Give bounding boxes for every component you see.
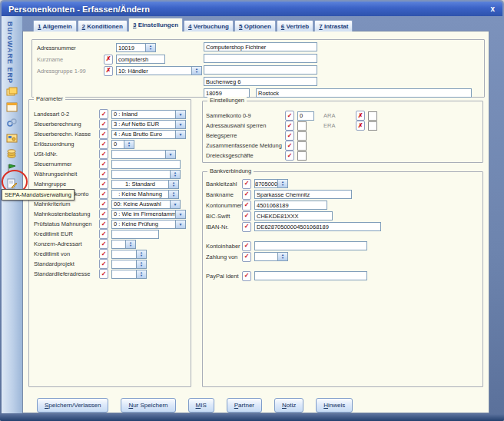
check-flag-icon[interactable]: ✓: [99, 229, 108, 239]
text-field[interactable]: Buchenweg 6: [204, 77, 317, 86]
spinner-icon[interactable]: ▲▼: [125, 240, 135, 248]
check-flag-icon[interactable]: ✓: [242, 241, 251, 251]
tab-5[interactable]: 5 Optionen: [234, 20, 276, 31]
check-flag-icon[interactable]: ✓: [99, 169, 108, 179]
form-window-icon[interactable]: [6, 101, 18, 113]
check-flag-icon[interactable]: ✓: [99, 219, 108, 229]
check-flag-icon[interactable]: ✓: [99, 129, 108, 139]
spin-field[interactable]: ▲▼: [254, 252, 288, 261]
cash-register-icon[interactable]: [6, 132, 18, 144]
check-flag-icon[interactable]: ✓: [242, 179, 251, 189]
notiz-button[interactable]: Notiz: [274, 398, 303, 413]
check-flag-icon[interactable]: ✓: [99, 209, 108, 219]
partner-button[interactable]: Partner: [227, 398, 262, 413]
select-field[interactable]: 0 : Keine Prüfung▼: [111, 220, 186, 229]
spin-field[interactable]: ▲▼: [111, 270, 147, 279]
spinner-icon[interactable]: ▲▼: [136, 250, 146, 258]
check-flag-icon[interactable]: ✓: [99, 189, 108, 199]
spinner-icon[interactable]: ▲▼: [136, 270, 146, 278]
text-field[interactable]: 0: [297, 111, 314, 121]
check-flag-icon[interactable]: ✓: [242, 252, 251, 262]
link-icon[interactable]: [6, 117, 18, 128]
text-field[interactable]: [204, 54, 317, 63]
text-field[interactable]: [111, 230, 159, 239]
select-field[interactable]: ▼: [111, 150, 176, 159]
spinner-icon[interactable]: ▲▼: [168, 191, 178, 198]
check-flag-icon[interactable]: ✓: [99, 239, 108, 249]
text-field[interactable]: Computershop Fichtner: [204, 42, 317, 51]
checkbox[interactable]: [297, 121, 307, 131]
checkbox[interactable]: [368, 121, 377, 131]
close-icon[interactable]: x: [490, 5, 495, 13]
dropdown-arrow-icon[interactable]: ▼: [165, 151, 175, 158]
check-flag-icon[interactable]: ✓: [242, 211, 251, 221]
check-flag-icon[interactable]: ✓: [242, 271, 251, 281]
dropdown-arrow-icon[interactable]: ▼: [175, 210, 185, 218]
tab-6[interactable]: 6 Vertrieb: [277, 20, 313, 31]
dropdown-arrow-icon[interactable]: ▼: [175, 220, 185, 228]
select-field[interactable]: 4 : Aus Brutto Euro▼: [111, 130, 186, 139]
text-field[interactable]: [204, 65, 317, 75]
check-flag-icon[interactable]: ✓: [99, 119, 108, 129]
dropdown-arrow-icon[interactable]: ▼: [175, 111, 185, 118]
nur-speichern-button[interactable]: Nur Speichern: [121, 398, 175, 413]
check-flag-icon[interactable]: ✓: [99, 259, 108, 269]
spin-field[interactable]: 87050000▲▼: [254, 179, 288, 188]
index-cards-icon[interactable]: [6, 86, 18, 98]
spin-field[interactable]: : Keine Mahnung▲▼: [111, 190, 179, 199]
check-flag-icon[interactable]: ✓: [242, 190, 251, 200]
speichern-verlassen-button[interactable]: Speichern/Verlassen: [37, 398, 108, 413]
select-field[interactable]: 3 : Auf Netto EUR▼: [111, 120, 186, 129]
dropdown-arrow-icon[interactable]: ▼: [175, 121, 185, 128]
check-flag-icon[interactable]: ✓: [99, 139, 108, 149]
x-flag-icon[interactable]: ✗: [356, 121, 365, 131]
sepa-mandate-icon[interactable]: [6, 178, 18, 190]
coins-icon[interactable]: [6, 148, 18, 159]
text-field[interactable]: computersh: [116, 55, 165, 64]
spin-field[interactable]: ▲▼: [111, 260, 147, 269]
text-field[interactable]: Rostock: [256, 88, 472, 98]
spinner-icon[interactable]: ▲▼: [124, 141, 134, 148]
hinweis-button[interactable]: Hinweis: [316, 398, 353, 413]
check-flag-icon[interactable]: ✓: [285, 151, 294, 161]
spinner-icon[interactable]: ▲▼: [277, 180, 287, 187]
text-field[interactable]: [254, 241, 367, 250]
x-flag-icon[interactable]: ✗: [104, 66, 113, 76]
text-field[interactable]: [111, 160, 181, 169]
check-flag-icon[interactable]: ✓: [285, 111, 294, 121]
checkbox[interactable]: [368, 111, 377, 121]
spin-field[interactable]: 10: Händler▲▼: [116, 66, 202, 75]
check-flag-icon[interactable]: ✓: [99, 149, 108, 159]
check-flag-icon[interactable]: ✓: [99, 249, 108, 259]
tab-7[interactable]: 7 Intrastat: [314, 20, 353, 31]
check-flag-icon[interactable]: ✓: [99, 159, 108, 169]
select-field[interactable]: 0 : Inland▼: [111, 110, 186, 119]
spinner-icon[interactable]: ▲▼: [170, 171, 180, 178]
text-field[interactable]: DE62870500004501068189: [254, 222, 381, 231]
spin-field[interactable]: ▲▼: [111, 170, 181, 179]
spin-field[interactable]: 1: Standard▲▼: [111, 180, 179, 189]
text-field[interactable]: Sparkasse Chemnitz: [254, 190, 352, 199]
text-field[interactable]: [254, 271, 367, 280]
dropdown-arrow-icon[interactable]: ▼: [170, 201, 180, 208]
check-flag-icon[interactable]: ✓: [99, 199, 108, 209]
spin-field[interactable]: 10019▲▼: [116, 43, 156, 52]
tab-4[interactable]: 4 Verbuchung: [184, 20, 234, 31]
spinner-icon[interactable]: ▲▼: [136, 260, 146, 268]
checkbox[interactable]: [297, 141, 307, 151]
check-flag-icon[interactable]: ✓: [99, 109, 108, 119]
spin-field[interactable]: ▲▼: [111, 250, 147, 259]
x-flag-icon[interactable]: ✗: [356, 111, 365, 121]
spinner-icon[interactable]: ▲▼: [145, 44, 155, 51]
x-flag-icon[interactable]: ✗: [104, 55, 113, 65]
text-field[interactable]: CHEKDE81XXX: [254, 211, 333, 220]
check-flag-icon[interactable]: ✓: [242, 201, 251, 210]
dropdown-arrow-icon[interactable]: ▼: [175, 131, 185, 138]
check-flag-icon[interactable]: ✓: [99, 269, 108, 279]
checkbox[interactable]: [297, 131, 307, 141]
spinner-icon[interactable]: ▲▼: [168, 181, 178, 188]
tab-3[interactable]: 3 Einstellungen: [128, 18, 183, 31]
check-flag-icon[interactable]: ✓: [99, 179, 108, 189]
check-flag-icon[interactable]: ✓: [242, 222, 251, 232]
mis-button[interactable]: MIS: [188, 398, 214, 413]
